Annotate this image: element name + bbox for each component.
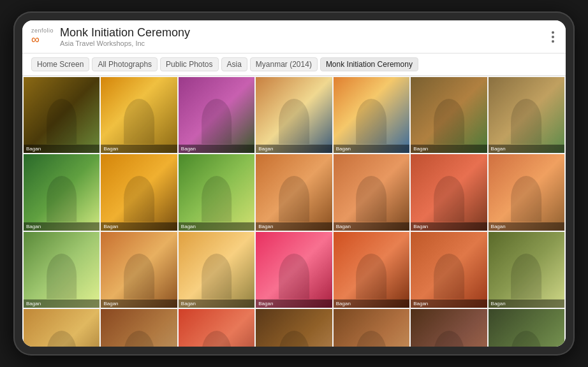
photo-figure-decoration (279, 254, 309, 299)
photo-cell-17[interactable]: Bagan (179, 232, 254, 308)
photo-figure-decoration (356, 99, 387, 145)
breadcrumb-item-all-photos[interactable]: All Photographs (92, 57, 158, 71)
photo-location-label: Bagan (489, 299, 564, 308)
breadcrumb: Home ScreenAll PhotographsPublic PhotosA… (22, 54, 566, 76)
photo-location-label: Bagan (101, 299, 177, 308)
photo-location-label: Bagan (256, 299, 332, 308)
photo-figure-decoration (124, 99, 154, 145)
logo-icon: ∞ (31, 34, 40, 45)
photo-cell-26[interactable]: Bagan (334, 309, 409, 347)
photo-figure-decoration (202, 99, 232, 145)
breadcrumb-item-myanmar[interactable]: Myanmar (2014) (250, 57, 318, 71)
photo-cell-5[interactable]: Bagan (334, 77, 409, 153)
photo-cell-19[interactable]: Bagan (334, 232, 409, 308)
photo-cell-28[interactable]: Bagan (489, 309, 564, 347)
photo-location-label: Bagan (24, 222, 99, 231)
breadcrumb-item-home[interactable]: Home Screen (31, 57, 89, 71)
photo-figure-decoration (124, 254, 154, 299)
photo-location-label: Bagan (179, 299, 254, 308)
photo-location-label: Bagan (334, 222, 409, 231)
photo-cell-9[interactable]: Bagan (101, 154, 177, 230)
photo-cell-11[interactable]: Bagan (256, 154, 332, 230)
photo-figure-decoration (279, 331, 309, 347)
photo-cell-4[interactable]: Bagan (256, 77, 332, 153)
photo-location-label: Bagan (256, 145, 332, 153)
photo-cell-3[interactable]: Bagan (179, 77, 254, 153)
photo-figure-decoration (511, 331, 541, 347)
photo-figure-decoration (279, 176, 309, 222)
photo-figure-decoration (511, 254, 541, 299)
photo-figure-decoration (202, 331, 232, 347)
tablet-frame: zenfolio ∞ Monk Initiation Ceremony Asia… (13, 11, 575, 356)
photo-location-label: Bagan (256, 222, 332, 231)
photo-figure-decoration (511, 99, 541, 145)
more-options-button[interactable] (549, 29, 557, 45)
photo-figure-decoration (434, 99, 464, 145)
app-header: zenfolio ∞ Monk Initiation Ceremony Asia… (22, 20, 566, 54)
photo-figure-decoration (356, 331, 387, 347)
breadcrumb-item-public-photos[interactable]: Public Photos (160, 57, 218, 71)
photo-location-label: Bagan (411, 299, 487, 308)
photo-figure-decoration (47, 99, 77, 145)
logo-infinity-icon: ∞ (31, 34, 40, 45)
photo-cell-6[interactable]: Bagan (411, 77, 487, 153)
photo-figure-decoration (202, 254, 232, 299)
photo-location-label: Bagan (179, 145, 254, 153)
photo-cell-14[interactable]: Bagan (489, 154, 564, 230)
photo-cell-7[interactable]: Bagan (489, 77, 564, 153)
photo-figure-decoration (434, 176, 464, 222)
photo-cell-15[interactable]: Bagan (24, 232, 99, 308)
photo-location-label: Bagan (411, 145, 487, 153)
photo-location-label: Bagan (101, 222, 177, 231)
photo-location-label: Bagan (489, 145, 564, 153)
header-title-block: Monk Initiation Ceremony Asia Travel Wor… (60, 26, 549, 48)
photo-cell-10[interactable]: Bagan (179, 154, 254, 230)
photo-cell-23[interactable]: Bagan (101, 309, 177, 347)
photo-location-label: Bagan (489, 222, 564, 231)
photo-figure-decoration (124, 331, 154, 347)
photo-cell-18[interactable]: Bagan (256, 232, 332, 308)
photo-cell-22[interactable]: Bagan (24, 309, 99, 347)
header-subtitle: Asia Travel Workshops, Inc (60, 40, 549, 47)
photo-cell-25[interactable]: Bagan (256, 309, 332, 347)
photo-cell-27[interactable]: Bagan (411, 309, 487, 347)
photo-location-label: Bagan (411, 222, 487, 231)
zenfolio-logo: zenfolio ∞ (31, 28, 54, 45)
photo-location-label: Bagan (334, 299, 409, 308)
photo-figure-decoration (434, 331, 464, 347)
breadcrumb-item-ceremony[interactable]: Monk Initiation Ceremony (320, 57, 418, 71)
photo-cell-24[interactable]: Bagan (179, 309, 254, 347)
breadcrumb-item-asia[interactable]: Asia (221, 57, 247, 71)
photo-grid-inner: BaganBaganBaganBaganBaganBaganBaganBagan… (22, 76, 566, 347)
page-title: Monk Initiation Ceremony (60, 26, 549, 40)
photo-location-label: Bagan (24, 299, 99, 308)
photo-location-label: Bagan (179, 222, 254, 231)
photo-figure-decoration (124, 176, 154, 222)
photo-cell-12[interactable]: Bagan (334, 154, 409, 230)
photo-location-label: Bagan (24, 145, 99, 153)
dot-3 (552, 40, 554, 43)
photo-figure-decoration (47, 176, 77, 222)
photo-cell-8[interactable]: Bagan (24, 154, 99, 230)
dot-2 (552, 36, 554, 38)
photo-figure-decoration (434, 254, 464, 299)
dot-1 (552, 31, 554, 34)
photo-figure-decoration (202, 176, 232, 222)
photo-figure-decoration (356, 176, 387, 222)
photo-figure-decoration (511, 176, 541, 222)
tablet-screen: zenfolio ∞ Monk Initiation Ceremony Asia… (22, 20, 566, 347)
photo-cell-13[interactable]: Bagan (411, 154, 487, 230)
photo-cell-16[interactable]: Bagan (101, 232, 177, 308)
photo-cell-21[interactable]: Bagan (489, 232, 564, 308)
photo-location-label: Bagan (101, 145, 177, 153)
photo-figure-decoration (47, 254, 77, 299)
photo-cell-20[interactable]: Bagan (411, 232, 487, 308)
photo-figure-decoration (279, 99, 309, 145)
photo-grid: BaganBaganBaganBaganBaganBaganBaganBagan… (22, 76, 566, 347)
photo-cell-2[interactable]: Bagan (101, 77, 177, 153)
photo-figure-decoration (47, 331, 77, 347)
photo-cell-1[interactable]: Bagan (24, 77, 99, 153)
photo-figure-decoration (356, 254, 387, 299)
photo-location-label: Bagan (334, 145, 409, 153)
